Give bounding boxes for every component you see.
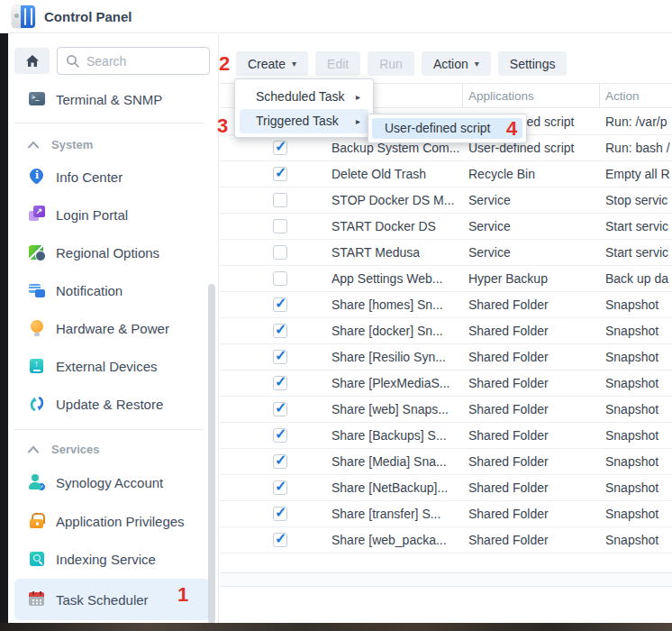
table-row[interactable]: Share [NetBackup]... Shared Folder Snaps… xyxy=(220,475,672,501)
sidebar: Terminal & SNMP System Info Center Login… xyxy=(8,34,219,623)
row-checkbox[interactable] xyxy=(273,271,287,286)
sidebar-item-indexing-service[interactable]: Indexing Service xyxy=(14,540,210,578)
row-checkbox[interactable] xyxy=(273,428,287,443)
sidebar-item-synology-account[interactable]: Synology Account xyxy=(14,463,210,501)
sidebar-item-notification[interactable]: Notification xyxy=(14,271,210,309)
table-row[interactable]: Share [Backups] S... Shared Folder Snaps… xyxy=(220,423,672,449)
row-checkbox[interactable] xyxy=(273,533,287,547)
sidebar-item-external-devices[interactable]: External Devices xyxy=(14,347,210,385)
menu-item-triggered-task[interactable]: Triggered Task ▸ xyxy=(240,109,368,133)
edit-button[interactable]: Edit xyxy=(315,51,360,76)
cell-applications: Shared Folder xyxy=(468,318,600,343)
menu-item-label: Triggered Task xyxy=(256,114,339,128)
cell-action: Stop servic xyxy=(605,187,672,213)
table-row[interactable]: Share [web] Snaps... Shared Folder Snaps… xyxy=(220,397,672,423)
create-button-label: Create xyxy=(248,57,286,71)
table-row[interactable]: Share [homes] Sn... Shared Folder Snapsh… xyxy=(220,292,672,318)
table-row[interactable]: Share [Resilio Syn... Shared Folder Snap… xyxy=(220,344,672,370)
sidebar-divider xyxy=(14,123,204,123)
table-row[interactable]: Share [Media] Sna... Shared Folder Snaps… xyxy=(220,449,672,475)
row-checkbox[interactable] xyxy=(273,219,287,233)
table-row[interactable]: App Settings Web... Hyper Backup Back up… xyxy=(220,266,672,292)
cell-task-name: Share [NetBackup]... xyxy=(331,475,463,500)
table-row[interactable]: Share [docker] Sn... Shared Folder Snaps… xyxy=(220,318,672,344)
toolbar: Create ▾ Edit Run Action ▾ Settings xyxy=(236,51,567,76)
row-checkbox[interactable] xyxy=(273,454,287,469)
table-row[interactable]: START Medusa Service Start servic xyxy=(220,240,672,266)
sidebar-item-login-portal[interactable]: Login Portal xyxy=(14,196,210,233)
settings-button[interactable]: Settings xyxy=(498,51,568,76)
sidebar-item-label: Application Privileges xyxy=(56,514,185,529)
create-button[interactable]: Create ▾ xyxy=(236,51,308,76)
sidebar-item-regional-options[interactable]: Regional Options xyxy=(14,233,210,271)
create-dropdown-menu: Scheduled Task ▸ Triggered Task ▸ xyxy=(234,78,374,138)
chevron-up-icon xyxy=(27,445,40,453)
table-row[interactable]: Share [transfer] S... Shared Folder Snap… xyxy=(220,501,672,527)
cell-action: Start servic xyxy=(605,240,672,265)
cell-task-name: Share [Media] Sna... xyxy=(331,449,463,474)
menu-item-user-defined-script[interactable]: User-defined script xyxy=(372,118,522,139)
cell-action: Snapshot xyxy=(605,370,672,396)
cell-action: Snapshot xyxy=(605,397,672,422)
cell-action: Back up da xyxy=(605,266,672,291)
sidebar-item-terminal-snmp[interactable]: Terminal & SNMP xyxy=(14,80,210,118)
window-title: Control Panel xyxy=(44,9,132,24)
sidebar-item-application-privileges[interactable]: Application Privileges xyxy=(14,502,210,540)
sidebar-item-label: Hardware & Power xyxy=(56,321,169,336)
application-privileges-icon xyxy=(28,512,46,530)
cell-task-name: START Docker DS xyxy=(331,214,463,239)
cell-applications: Shared Folder xyxy=(468,370,600,396)
cell-action: Run: /var/p xyxy=(605,109,672,134)
row-checkbox[interactable] xyxy=(273,193,287,207)
sidebar-item-label: Notification xyxy=(56,283,123,298)
row-checkbox[interactable] xyxy=(273,297,287,312)
chevron-down-icon: ▾ xyxy=(475,59,479,69)
annotation-step-1: 1 xyxy=(177,583,188,607)
cell-task-name: Delete Old Trash xyxy=(331,161,463,187)
sidebar-scrollbar-thumb[interactable] xyxy=(208,284,215,624)
row-checkbox[interactable] xyxy=(273,480,287,495)
desktop-background-bottom xyxy=(0,623,672,631)
menu-item-scheduled-task[interactable]: Scheduled Task ▸ xyxy=(240,85,368,109)
table-row[interactable]: Share [PlexMediaS... Shared Folder Snaps… xyxy=(220,370,672,397)
row-checkbox[interactable] xyxy=(273,507,287,521)
sidebar-item-label: Regional Options xyxy=(56,245,159,261)
cell-action: Snapshot xyxy=(605,318,672,343)
sidebar-section-services[interactable]: Services xyxy=(14,438,204,460)
row-checkbox[interactable] xyxy=(273,167,287,181)
action-button[interactable]: Action ▾ xyxy=(422,51,491,76)
sidebar-item-update-restore[interactable]: Update & Restore xyxy=(14,385,210,423)
cell-task-name: Share [Backups] S... xyxy=(331,423,463,448)
cell-applications: Shared Folder xyxy=(468,344,600,370)
column-header-action[interactable]: Action xyxy=(599,84,672,108)
section-title: System xyxy=(51,138,93,151)
row-checkbox[interactable] xyxy=(273,141,287,155)
info-center-icon xyxy=(28,168,46,186)
cell-task-name: STOP Docker DS M... xyxy=(331,187,463,213)
control-panel-window: Control Panel Terminal & SNMP System Inf… xyxy=(0,0,672,631)
search-icon xyxy=(66,54,80,69)
home-button[interactable] xyxy=(14,48,50,74)
cell-task-name: Share [homes] Sn... xyxy=(331,292,463,317)
row-checkbox[interactable] xyxy=(273,402,287,416)
cell-task-name: Share [PlexMediaS... xyxy=(331,370,463,396)
sidebar-item-info-center[interactable]: Info Center xyxy=(14,158,210,196)
cell-applications: Service xyxy=(468,214,600,239)
table-footer-bar xyxy=(220,572,672,587)
table-row[interactable]: STOP Docker DS M... Service Stop servic xyxy=(220,187,672,214)
table-row[interactable]: START Docker DS Service Start servic xyxy=(220,214,672,240)
table-row[interactable]: Share [web_packa... Shared Folder Snapsh… xyxy=(220,527,672,553)
run-button[interactable]: Run xyxy=(368,51,414,76)
row-checkbox[interactable] xyxy=(273,245,287,260)
row-checkbox[interactable] xyxy=(273,324,287,338)
column-header-applications[interactable]: Applications xyxy=(462,84,599,108)
annotation-step-2: 2 xyxy=(219,52,230,76)
table-row[interactable]: Delete Old Trash Recycle Bin Empty all R xyxy=(220,161,672,187)
login-portal-icon xyxy=(28,206,46,224)
sidebar-section-system[interactable]: System xyxy=(14,133,204,155)
row-checkbox[interactable] xyxy=(273,350,287,364)
sidebar-item-hardware-power[interactable]: Hardware & Power xyxy=(14,309,210,347)
row-checkbox[interactable] xyxy=(273,376,287,390)
cell-task-name: Share [Resilio Syn... xyxy=(331,344,463,370)
cell-action: Snapshot xyxy=(605,344,672,370)
